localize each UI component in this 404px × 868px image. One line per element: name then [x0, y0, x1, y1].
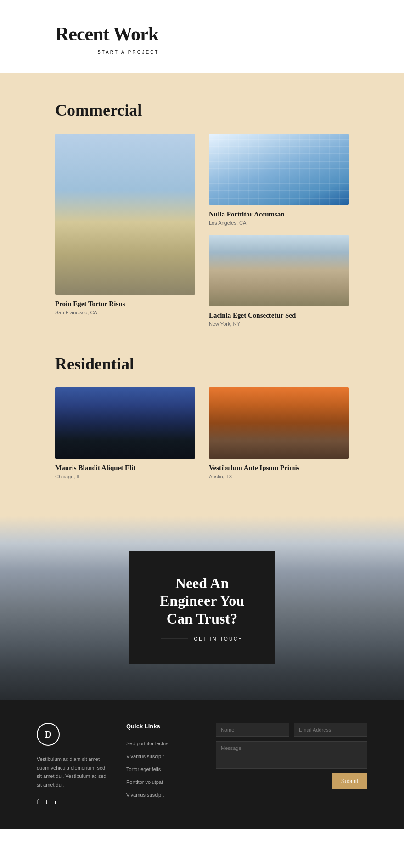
footer-form-column: Submit: [216, 723, 367, 789]
footer-description: Vestibulum ac diam sit amet quam vehicul…: [37, 755, 108, 789]
portfolio-item-location: Chicago, IL: [55, 474, 195, 479]
list-item: Vivamus suscipit: [126, 752, 197, 760]
glass-building-image-art: [209, 134, 349, 205]
portfolio-item-name: Nulla Porttitor Accumsan: [209, 210, 349, 218]
footer-contact-form: Submit: [216, 723, 367, 789]
list-item: Sed porttitor lectus: [126, 739, 197, 747]
footer-link[interactable]: Tortor eget felis: [126, 766, 161, 772]
cta-box: Need An Engineer You Can Trust? Get In T…: [129, 551, 275, 664]
portfolio-item-location: Austin, TX: [209, 474, 349, 479]
footer-link[interactable]: Sed porttitor lectus: [126, 741, 168, 746]
portfolio-item-glass-building[interactable]: Nulla Porttitor Accumsan Los Angeles, CA: [209, 134, 349, 226]
list-item: Vivamus suscipit: [126, 790, 197, 799]
list-item: Porttitor volutpat: [126, 777, 197, 786]
portfolio-item-bridge[interactable]: Proin Eget Tortor Risus San Francisco, C…: [55, 134, 195, 327]
list-item: Tortor eget felis: [126, 765, 197, 773]
header-divider-line: [55, 52, 92, 52]
page-title: Recent Work: [55, 23, 349, 45]
portfolio-item-highway[interactable]: Mauris Blandit Aliquet Elit Chicago, IL: [55, 387, 195, 479]
residential-grid: Mauris Blandit Aliquet Elit Chicago, IL …: [55, 387, 349, 479]
header-subtitle-line: Start A Project: [55, 50, 349, 55]
main-content: Commercial Proin Eget Tortor Risus San F…: [0, 73, 404, 516]
facebook-icon[interactable]: f: [37, 799, 39, 806]
header-subtitle[interactable]: Start A Project: [97, 50, 159, 55]
cta-subtitle[interactable]: Get In Touch: [194, 636, 243, 641]
footer-links-list: Sed porttitor lectus Vivamus suscipit To…: [126, 739, 197, 799]
portfolio-image-bridge: [55, 134, 195, 295]
residential-section-title: Residential: [55, 354, 349, 374]
portfolio-item-location: San Francisco, CA: [55, 310, 195, 315]
cta-title: Need An Engineer You Can Trust?: [156, 574, 248, 627]
portfolio-item-name: Mauris Blandit Aliquet Elit: [55, 464, 195, 472]
portfolio-item-aerial[interactable]: Vestibulum Ante Ipsum Primis Austin, TX: [209, 387, 349, 479]
residential-section: Residential Mauris Blandit Aliquet Elit …: [55, 354, 349, 479]
portfolio-item-name: Vestibulum Ante Ipsum Primis: [209, 464, 349, 472]
header: Recent Work Start A Project: [0, 0, 404, 73]
footer-links-column: Quick Links Sed porttitor lectus Vivamus…: [126, 723, 197, 803]
footer-email-input[interactable]: [294, 723, 367, 737]
footer: D Vestibulum ac diam sit amet quam vehic…: [0, 700, 404, 829]
aerial-image-art: [209, 387, 349, 459]
cta-divider-line: [161, 639, 188, 639]
portfolio-item-ornate-building[interactable]: Lacinia Eget Consectetur Sed New York, N…: [209, 235, 349, 327]
portfolio-image-highway: [55, 387, 195, 459]
commercial-grid: Proin Eget Tortor Risus San Francisco, C…: [55, 134, 349, 327]
portfolio-item-location: New York, NY: [209, 321, 349, 327]
cta-subtitle-line: Get In Touch: [156, 636, 248, 641]
portfolio-item-location: Los Angeles, CA: [209, 220, 349, 226]
instagram-icon[interactable]: i: [55, 799, 56, 806]
portfolio-image-aerial: [209, 387, 349, 459]
cta-section: Need An Engineer You Can Trust? Get In T…: [0, 516, 404, 700]
footer-link[interactable]: Vivamus suscipit: [126, 792, 164, 798]
commercial-section-title: Commercial: [55, 101, 349, 120]
footer-message-input[interactable]: [216, 741, 367, 769]
footer-logo: D: [37, 723, 60, 746]
footer-submit-button[interactable]: Submit: [332, 773, 367, 789]
bridge-image-art: [55, 134, 195, 295]
footer-social-icons: f t i: [37, 799, 108, 806]
footer-links-title: Quick Links: [126, 723, 197, 730]
portfolio-item-name: Lacinia Eget Consectetur Sed: [209, 312, 349, 319]
portfolio-image-glass: [209, 134, 349, 205]
footer-link[interactable]: Vivamus suscipit: [126, 754, 164, 759]
highway-image-art: [55, 387, 195, 459]
footer-form-top-row: [216, 723, 367, 737]
footer-link[interactable]: Porttitor volutpat: [126, 779, 163, 785]
portfolio-image-ornate: [209, 235, 349, 306]
portfolio-item-name: Proin Eget Tortor Risus: [55, 300, 195, 308]
twitter-icon[interactable]: t: [46, 799, 48, 806]
commercial-right-column: Nulla Porttitor Accumsan Los Angeles, CA…: [209, 134, 349, 327]
ornate-building-image-art: [209, 235, 349, 306]
footer-brand-column: D Vestibulum ac diam sit amet quam vehic…: [37, 723, 108, 806]
footer-name-input[interactable]: [216, 723, 289, 737]
